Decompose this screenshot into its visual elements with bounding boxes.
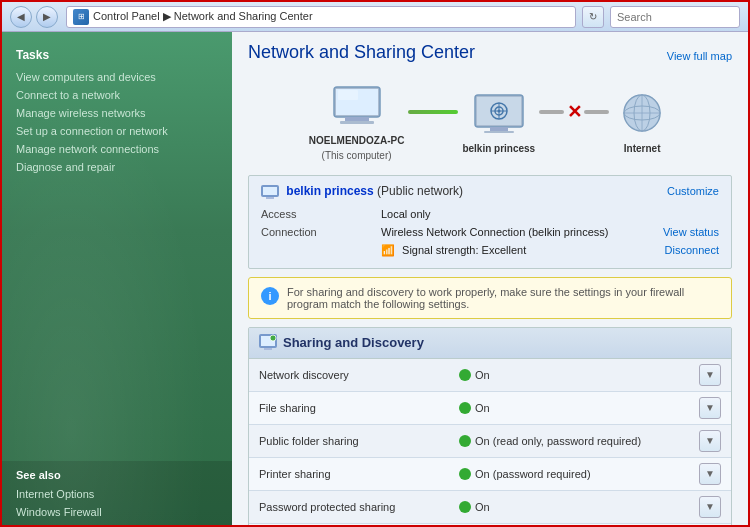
sharing-row-status-1: On (459, 402, 699, 414)
network-node-internet: Internet (613, 91, 671, 154)
sharing-row-label-2: Public folder sharing (259, 435, 459, 447)
breadcrumb: ⊞ Control Panel ▶ Network and Sharing Ce… (66, 6, 576, 28)
node-sublabel-computer: (This computer) (322, 150, 392, 161)
connector-line-right (584, 110, 609, 114)
sharing-row-status-0: On (459, 369, 699, 381)
breadcrumb-text: Control Panel ▶ Network and Sharing Cent… (93, 10, 313, 23)
sharing-row-status-3: On (password required) (459, 468, 699, 480)
connector-x-icon: ✕ (564, 102, 584, 122)
svg-rect-3 (340, 121, 374, 124)
info-row-signal: 📶 Signal strength: Excellent Disconnect (261, 241, 719, 260)
status-dot-2 (459, 435, 471, 447)
status-dot-0 (459, 369, 471, 381)
info-label-access: Access (261, 208, 381, 220)
warning-text: For sharing and discovery to work proper… (287, 286, 719, 310)
sharing-row-1: File sharing On ▼ (249, 392, 731, 425)
sidebar-link-connect-network[interactable]: Connect to a network (2, 86, 232, 104)
computer-icon (328, 83, 386, 131)
sharing-row-2: Public folder sharing On (read only, pas… (249, 425, 731, 458)
router-icon (470, 91, 528, 139)
sidebar-link-manage-connections[interactable]: Manage network connections (2, 140, 232, 158)
search-input[interactable] (610, 6, 740, 28)
signal-text: Signal strength: Excellent (402, 244, 526, 256)
svg-point-26 (270, 335, 276, 341)
sharing-row-label-3: Printer sharing (259, 468, 459, 480)
status-dot-1 (459, 402, 471, 414)
node-label-router: belkin princess (462, 143, 535, 154)
info-value-connection: Wireless Network Connection (belkin prin… (381, 226, 655, 238)
sidebar-link-setup-connection[interactable]: Set up a connection or network (2, 122, 232, 140)
info-value-signal: 📶 Signal strength: Excellent (381, 244, 657, 257)
network-map: NOELMENDOZA-PC (This computer) (248, 73, 732, 175)
back-button[interactable]: ◀ (10, 6, 32, 28)
network-panel: belkin princess (Public network) Customi… (248, 175, 732, 269)
connector-red: ✕ (539, 102, 609, 122)
info-label-connection: Connection (261, 226, 381, 238)
view-full-map-link[interactable]: View full map (667, 50, 732, 62)
connector-line-green (408, 110, 458, 114)
info-row-connection: Connection Wireless Network Connection (… (261, 223, 719, 241)
sidebar: Tasks View computers and devices Connect… (2, 32, 232, 527)
svg-rect-13 (484, 131, 514, 133)
network-node-router: belkin princess (462, 91, 535, 154)
sidebar-link-windows-firewall[interactable]: Windows Firewall (16, 503, 218, 521)
node-label-internet: Internet (624, 143, 661, 154)
control-panel-icon: ⊞ (73, 9, 89, 25)
sharing-header: Sharing and Discovery (249, 328, 731, 359)
sidebar-link-internet-options[interactable]: Internet Options (16, 485, 218, 503)
info-row-access: Access Local only (261, 205, 719, 223)
network-panel-header: belkin princess (Public network) Customi… (261, 184, 719, 199)
network-name-text: belkin princess (Public network) (286, 184, 463, 198)
sidebar-link-diagnose[interactable]: Diagnose and repair (2, 158, 232, 176)
sharing-row-4: Password protected sharing On ▼ (249, 491, 731, 524)
globe-icon (613, 91, 671, 139)
sharing-row-label-4: Password protected sharing (259, 501, 459, 513)
content-area: Network and Sharing Center View full map (232, 32, 748, 527)
svg-rect-12 (490, 127, 508, 131)
svg-rect-2 (345, 117, 369, 121)
network-node-computer: NOELMENDOZA-PC (This computer) (309, 83, 405, 161)
warning-box: i For sharing and discovery to work prop… (248, 277, 732, 319)
network-name-bold: belkin princess (286, 184, 373, 198)
main-layout: Tasks View computers and devices Connect… (2, 32, 748, 527)
page-title: Network and Sharing Center (248, 42, 475, 63)
disconnect-link[interactable]: Disconnect (665, 244, 719, 256)
sidebar-link-view-computers[interactable]: View computers and devices (2, 68, 232, 86)
svg-rect-4 (338, 90, 358, 100)
sharing-row-label-0: Network discovery (259, 369, 459, 381)
expand-button-1[interactable]: ▼ (699, 397, 721, 419)
forward-button[interactable]: ▶ (36, 6, 58, 28)
tasks-title: Tasks (2, 44, 232, 68)
status-dot-4 (459, 501, 471, 513)
node-label-computer: NOELMENDOZA-PC (309, 135, 405, 146)
titlebar: ◀ ▶ ⊞ Control Panel ▶ Network and Sharin… (2, 2, 748, 32)
sharing-title: Sharing and Discovery (283, 335, 424, 350)
svg-point-19 (624, 95, 660, 131)
sharing-icon (259, 334, 277, 352)
view-status-link[interactable]: View status (663, 226, 719, 238)
sharing-row-status-4: On (459, 501, 699, 513)
sharing-section: Sharing and Discovery Network discovery … (248, 327, 732, 527)
sidebar-link-wireless[interactable]: Manage wireless networks (2, 104, 232, 122)
expand-button-0[interactable]: ▼ (699, 364, 721, 386)
nav-buttons: ◀ ▶ (10, 6, 58, 28)
expand-button-2[interactable]: ▼ (699, 430, 721, 452)
svg-rect-25 (264, 348, 272, 350)
sharing-row-label-1: File sharing (259, 402, 459, 414)
see-also-title: See also (16, 469, 218, 481)
svg-rect-21 (263, 187, 277, 195)
info-value-access: Local only (381, 208, 719, 220)
customize-link[interactable]: Customize (667, 185, 719, 197)
expand-button-4[interactable]: ▼ (699, 496, 721, 518)
expand-button-3[interactable]: ▼ (699, 463, 721, 485)
network-name-suffix: (Public network) (374, 184, 463, 198)
svg-rect-22 (266, 197, 274, 199)
sharing-row-0: Network discovery On ▼ (249, 359, 731, 392)
refresh-button[interactable]: ↻ (582, 6, 604, 28)
see-also-section: See also Internet Options Windows Firewa… (2, 461, 232, 527)
info-icon: i (261, 287, 279, 305)
connector-line-left (539, 110, 564, 114)
sharing-row-3: Printer sharing On (password required) ▼ (249, 458, 731, 491)
status-dot-3 (459, 468, 471, 480)
connector-green (408, 110, 458, 114)
